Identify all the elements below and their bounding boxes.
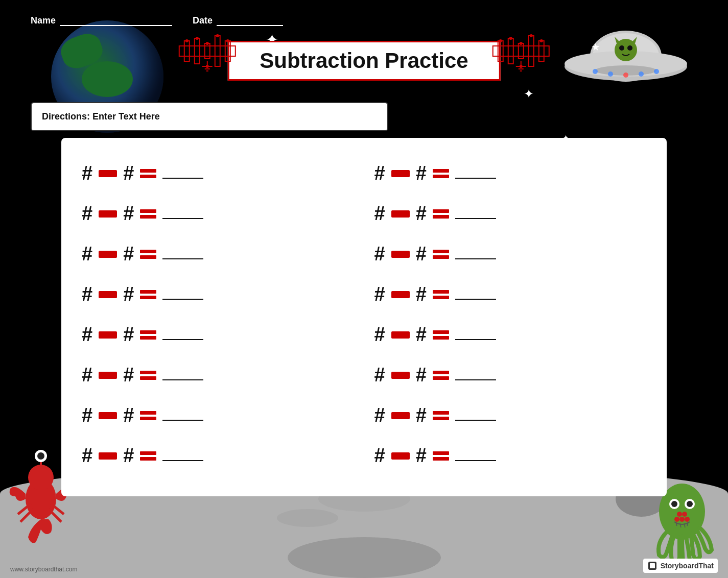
problem-15: # # xyxy=(82,436,354,476)
minus-3a xyxy=(99,210,117,218)
svg-point-44 xyxy=(205,42,208,45)
circuit-left-decoration xyxy=(176,28,238,74)
date-line xyxy=(217,16,283,26)
hash-9a: # xyxy=(82,324,92,346)
hash-1a: # xyxy=(82,162,92,184)
answer-line-15[interactable] xyxy=(162,451,203,461)
problem-2: # # xyxy=(374,153,647,194)
svg-point-8 xyxy=(639,71,644,77)
minus-2a xyxy=(391,170,410,177)
hash-6a: # xyxy=(374,243,385,265)
answer-line-12[interactable] xyxy=(455,370,496,380)
title-container: Subtraction Practice xyxy=(227,41,500,81)
equals-line-top-9 xyxy=(140,330,156,334)
svg-rect-38 xyxy=(194,38,199,64)
date-label: Date xyxy=(193,15,213,26)
equals-line-top-2 xyxy=(433,169,449,173)
hash-1b: # xyxy=(123,162,134,184)
svg-rect-52 xyxy=(493,46,549,56)
svg-rect-37 xyxy=(184,41,189,61)
hash-11b: # xyxy=(123,364,134,386)
svg-point-28 xyxy=(682,512,687,517)
hash-12b: # xyxy=(416,364,427,386)
problem-6: # # xyxy=(374,234,647,274)
equals-13 xyxy=(140,411,156,420)
title-box: Subtraction Practice xyxy=(227,41,500,81)
svg-point-26 xyxy=(687,501,693,507)
problem-10: # # xyxy=(374,315,647,355)
hash-3b: # xyxy=(123,203,134,225)
answer-line-3[interactable] xyxy=(162,209,203,219)
svg-rect-41 xyxy=(225,41,230,61)
hash-8b: # xyxy=(416,283,427,305)
equals-line-bot-2 xyxy=(433,175,449,178)
answer-line-13[interactable] xyxy=(162,411,203,421)
answer-line-16[interactable] xyxy=(455,451,496,461)
equals-line-bot-10 xyxy=(433,336,449,340)
answer-line-8[interactable] xyxy=(455,290,496,300)
equals-2 xyxy=(433,169,449,178)
equals-11 xyxy=(140,371,156,380)
svg-point-11 xyxy=(619,45,624,51)
equals-line-bot-15 xyxy=(140,457,156,461)
answer-line-6[interactable] xyxy=(455,249,496,259)
equals-line-bot-9 xyxy=(140,336,156,340)
answer-line-11[interactable] xyxy=(162,370,203,380)
equals-line-top-7 xyxy=(140,290,156,294)
svg-point-7 xyxy=(623,73,628,78)
equals-line-bot-4 xyxy=(433,215,449,219)
svg-point-45 xyxy=(216,34,219,37)
equals-line-top-5 xyxy=(140,250,156,253)
answer-line-9[interactable] xyxy=(162,330,203,340)
hash-14a: # xyxy=(374,404,385,426)
star-decoration-5: ★ xyxy=(591,41,600,53)
svg-point-17 xyxy=(37,452,44,460)
minus-11a xyxy=(99,372,117,379)
svg-rect-53 xyxy=(498,41,503,61)
hash-7b: # xyxy=(123,283,134,305)
minus-9a xyxy=(99,331,117,339)
equals-line-top-14 xyxy=(433,411,449,415)
hash-2a: # xyxy=(374,162,385,184)
moon-crater-2 xyxy=(277,509,338,527)
equals-12 xyxy=(433,371,449,380)
svg-point-60 xyxy=(520,42,523,45)
answer-line-4[interactable] xyxy=(455,209,496,219)
equals-line-bot-5 xyxy=(140,255,156,259)
svg-point-29 xyxy=(679,517,685,522)
svg-rect-54 xyxy=(508,38,513,64)
equals-line-top-10 xyxy=(433,330,449,334)
hash-4b: # xyxy=(416,203,427,225)
worksheet: # # # # # # xyxy=(61,138,667,496)
name-label: Name xyxy=(31,15,56,26)
name-field: Name xyxy=(31,15,172,26)
equals-line-top-4 xyxy=(433,209,449,213)
svg-point-43 xyxy=(195,37,198,40)
answer-line-5[interactable] xyxy=(162,249,203,259)
svg-point-27 xyxy=(677,512,682,517)
equals-1 xyxy=(140,169,156,178)
answer-line-10[interactable] xyxy=(455,330,496,340)
directions-box[interactable]: Directions: Enter Text Here xyxy=(31,102,388,131)
answer-line-14[interactable] xyxy=(455,411,496,421)
equals-line-top-6 xyxy=(433,250,449,253)
equals-5 xyxy=(140,250,156,259)
answer-line-2[interactable] xyxy=(455,168,496,179)
svg-point-14 xyxy=(28,465,54,490)
svg-point-31 xyxy=(685,517,690,522)
equals-10 xyxy=(433,330,449,340)
answer-line-1[interactable] xyxy=(162,168,203,179)
equals-line-bot-1 xyxy=(140,175,156,178)
minus-7a xyxy=(99,291,117,298)
svg-point-24 xyxy=(671,501,677,507)
hash-7a: # xyxy=(82,283,92,305)
equals-7 xyxy=(140,290,156,299)
answer-line-7[interactable] xyxy=(162,290,203,300)
problem-8: # # xyxy=(374,274,647,315)
hash-2b: # xyxy=(416,162,427,184)
svg-rect-57 xyxy=(539,41,544,61)
date-field: Date xyxy=(193,15,283,26)
svg-rect-40 xyxy=(215,36,220,66)
svg-rect-56 xyxy=(529,36,534,66)
svg-point-42 xyxy=(185,39,188,42)
